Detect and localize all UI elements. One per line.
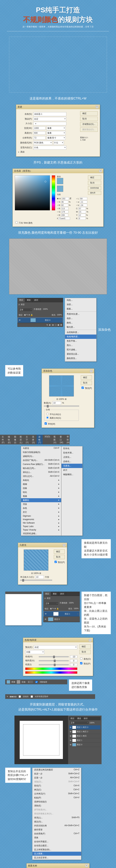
menu-item[interactable]: 滤镜库(G)... [21,454,61,458]
menu-item[interactable]: 碎片 [62,468,83,472]
color-field[interactable] [15,175,50,210]
close-icon[interactable]: × [96,105,98,108]
menu-item[interactable]: 渲染▸ [21,502,61,506]
tab-paths[interactable]: 路径 [32,298,40,302]
menu-item[interactable]: 视频▸ [21,494,61,498]
adjustment-icon[interactable]: ◑ [52,324,54,326]
menu-item[interactable]: 曝光度... [65,325,96,329]
m-input[interactable]: 21 [79,210,86,213]
layer-row[interactable]: 👁图层 0 [44,617,79,622]
menu-item[interactable]: 风格化▸ [21,478,61,482]
c-input[interactable]: 57 [78,207,86,210]
preview-checkbox[interactable] [54,561,57,563]
close-icon[interactable]: × [90,370,93,373]
preset-select[interactable]: 自定 [34,645,77,649]
amount-slider[interactable] [44,406,79,407]
cancel-button[interactable]: 取消 [81,381,92,385]
lab-b-input[interactable]: -24 [80,204,87,207]
add-swatch-button[interactable]: 添加到色板 [88,186,101,190]
menu-item[interactable]: 变换 [32,836,81,840]
menu-item[interactable]: 图案... [65,307,96,311]
all-layers-checkbox[interactable] [31,695,33,698]
layer-row[interactable]: 👁图层 1 拷贝 [69,734,100,738]
size-select[interactable] [33,122,66,125]
resolution-unit[interactable]: 像素/英寸 [47,136,66,140]
contiguous-checkbox[interactable] [19,695,21,698]
saturation-slider[interactable] [39,660,69,661]
tab-layers[interactable]: 图层 [44,592,51,596]
zoom-in-button[interactable]: ⊞ [65,398,67,400]
menu-item[interactable]: 拷贝(C)Ctrl+C [32,788,81,792]
menu-item[interactable]: 彩块化 [62,446,83,451]
menu-item[interactable]: 扭曲▸ [21,486,61,490]
menu-item[interactable]: 自动混合图层... [32,844,81,848]
menu-item[interactable]: 色彩平衡... [65,339,96,343]
height-unit[interactable]: 像素 [47,131,66,135]
resolution-input[interactable]: 72 [33,136,45,140]
new-layer-icon[interactable]: ▣ [57,324,59,326]
width-input[interactable]: 1000 [33,126,45,130]
preview-checkbox[interactable] [80,662,83,664]
cancel-button[interactable]: 取消 [54,555,65,559]
menu-item[interactable]: 晶格化... [62,459,83,464]
close-icon[interactable]: × [99,169,102,173]
height-input[interactable]: 600 [33,131,45,135]
menu-item[interactable]: 自动对齐图层... [32,840,81,844]
tab-layers[interactable]: 图层 [69,717,76,720]
tolerance-input[interactable]: 1 [27,680,33,683]
g-input[interactable]: 174 [61,210,68,213]
menu-item[interactable]: 照片滤镜... [65,347,96,352]
transform-bounds[interactable] [23,724,60,755]
cancel-button[interactable]: 取消 [79,650,91,654]
menu-item[interactable]: 后退一步Alt+Ctrl+Z [32,776,81,780]
zoom-out-button[interactable]: ⊟ [56,398,58,400]
menu-item[interactable]: 马赛克... [62,464,83,468]
close-icon[interactable]: × [63,544,66,547]
folder-icon[interactable]: ▢ [55,324,56,326]
menu-item[interactable]: 像素化▸ [21,498,61,502]
pattern-swatch[interactable] [17,680,20,684]
menubar-item[interactable]: 3D(D) [43,435,52,444]
menu-item[interactable]: 模糊▸ [21,482,61,486]
name-input[interactable]: 未标题-1 [33,112,66,116]
ok-button[interactable]: 确定 [88,175,101,180]
width-unit[interactable]: 像素 [47,126,66,130]
menubar-item[interactable]: 文字(Y) [24,435,30,444]
menu-item[interactable]: 定义图案... [32,852,81,856]
menu-item[interactable]: 合并拷贝(Y)Shift+Ctrl+C [32,792,81,796]
menu-item[interactable]: 转换为智能滤镜(S) [21,450,61,454]
a-input[interactable]: -11 [80,200,87,203]
saturation-input[interactable]: 0 [70,659,77,662]
menu-item[interactable]: Nik Software▸ [21,521,61,525]
ok-button[interactable]: 确定 [80,111,98,116]
menubar-item[interactable]: 选择(S) [30,435,37,444]
menubar-item[interactable]: 编辑(E) [6,435,13,444]
menu-item[interactable]: 颜色查找... [65,356,96,361]
menubar-item[interactable]: 窗口(W) [58,435,65,444]
l-input[interactable]: 68 [80,197,87,200]
menu-item[interactable]: 亮度/对比度... [65,312,96,316]
menu-item[interactable]: 曲线... [65,321,96,325]
menubar-item[interactable]: 图层(L) [18,435,24,444]
menu-item[interactable]: Camera Raw 滤镜(C)...Shift+Ctrl+A [21,462,61,466]
lightness-slider[interactable] [39,664,69,665]
menu-item[interactable]: 通道混合器... [65,352,96,356]
menu-item[interactable]: 液化(L)...Shift+Ctrl+X [21,470,61,474]
r-input[interactable]: 113 [61,207,68,210]
menu-item[interactable]: 定义自定形状... [32,856,81,860]
colorize-checkbox[interactable] [80,657,83,660]
preview-checkbox[interactable] [82,386,84,389]
menubar-item[interactable]: 滤镜(T) [37,435,43,444]
antialias-checkbox[interactable] [36,681,38,683]
layer-row[interactable]: 👁图层 1 拷贝 3 [69,725,100,730]
advanced-toggle[interactable]: 高级 [20,151,25,153]
menu-item[interactable]: 前进一步Shift+Ctrl+Z [32,772,81,776]
menu-item[interactable]: 剪切(T)Ctrl+X [32,784,81,788]
menu-item[interactable]: 浏览联机滤镜... [21,532,61,535]
bit-depth-select[interactable]: 8 位 [53,141,64,145]
s-input[interactable]: 46 [61,200,68,203]
lightness-input[interactable]: 0 [70,663,77,666]
menu-item[interactable]: 还原通过拷贝的图层Ctrl+Z [32,768,81,772]
tab-paths[interactable]: 路径 [59,592,66,596]
mask-icon[interactable]: ◐ [49,324,51,326]
